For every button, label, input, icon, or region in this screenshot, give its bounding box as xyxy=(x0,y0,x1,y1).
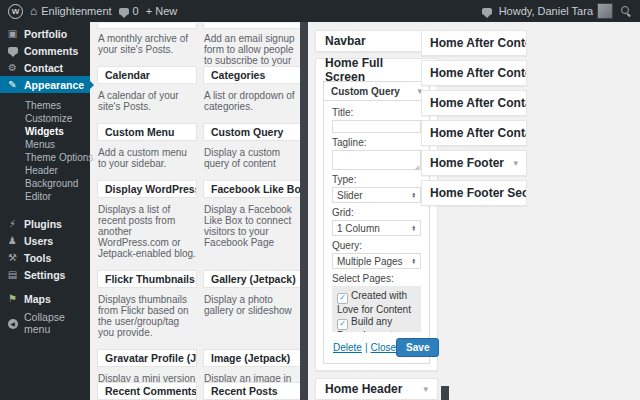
wordpress-logo-icon[interactable] xyxy=(8,0,23,22)
sidebar-title: Home After Content xyxy=(430,36,527,50)
sidebar-menu-item[interactable]: ⚒ Tools xyxy=(0,249,90,266)
tagline-textarea[interactable] xyxy=(332,150,421,170)
widget-card: Gallery (Jetpack) Display a photo galler… xyxy=(203,270,303,349)
grid-label: Grid: xyxy=(332,207,421,218)
custom-query-widget-form: Title: Tagline: Type: Slider Grid: 1 Col… xyxy=(324,101,429,363)
widget-description: A monthly archive of your site's Posts. xyxy=(98,33,196,55)
widget-title-cut[interactable] xyxy=(203,23,303,29)
save-button[interactable]: Save xyxy=(396,338,439,357)
sidebar-home-header[interactable]: Home Header xyxy=(315,378,438,400)
chevron-down-icon[interactable] xyxy=(513,158,518,168)
widget-title[interactable]: Image (Jetpack) xyxy=(203,349,303,367)
query-select[interactable]: Multiple Pages xyxy=(332,253,421,269)
select-pages-list[interactable]: Created with Love for Content Build any … xyxy=(332,286,421,332)
sidebar-menu-item[interactable]: ▣ Portfolio xyxy=(0,25,90,42)
sidebar-menu-item[interactable]: ▤ Settings xyxy=(0,266,90,283)
search-icon[interactable] xyxy=(620,0,632,22)
contact-icon: ⚙ xyxy=(7,62,18,73)
widget-description: Displays thumbnails from Flickr based on… xyxy=(98,294,196,338)
widgets-admin-content: A monthly archive of your site's Posts. … xyxy=(90,22,640,400)
submenu-item[interactable]: Editor xyxy=(0,190,90,203)
portfolio-icon: ▣ xyxy=(7,28,18,39)
comments-badge[interactable]: 0 xyxy=(119,0,139,22)
submenu-item[interactable]: Header xyxy=(0,164,90,177)
site-name-link[interactable]: Enlightenment xyxy=(30,0,112,22)
grid-select[interactable]: 1 Column xyxy=(332,220,421,236)
wordpress-widgets-page: { "admin_bar": { "site_name": "Enlighten… xyxy=(0,0,640,400)
select-arrows-icon xyxy=(412,225,416,232)
widget-title-cut[interactable] xyxy=(97,23,197,29)
delete-link[interactable]: Delete xyxy=(333,342,362,353)
tools-icon: ⚒ xyxy=(7,252,18,263)
notifications-icon[interactable] xyxy=(482,0,492,22)
sidebar-item-maps[interactable]: ⚑ Maps xyxy=(0,290,90,307)
title-input[interactable] xyxy=(332,120,421,133)
submenu-item[interactable]: Customize xyxy=(0,112,90,125)
widget-title[interactable]: Custom Menu xyxy=(97,123,197,141)
appearance-icon: ✎ xyxy=(7,79,18,90)
close-link[interactable]: Close xyxy=(371,342,397,353)
widget-title[interactable]: Calendar xyxy=(97,66,197,84)
sidebar-collapsed[interactable]: Home After Container xyxy=(421,90,527,116)
sidebar-collapsed[interactable]: Home After Container S xyxy=(421,120,527,146)
comment-bubble-icon xyxy=(119,8,129,15)
widget-title[interactable]: Recent Posts xyxy=(203,382,303,400)
widget-description: A list or dropdown of categories. xyxy=(204,90,302,112)
widget-title[interactable]: Display WordPress Posts... xyxy=(97,180,197,198)
vertical-scrollbar[interactable] xyxy=(300,22,308,400)
menu-item-label: Comments xyxy=(24,45,78,57)
comments-icon xyxy=(7,45,18,56)
title-label: Title: xyxy=(332,107,421,118)
sidebar-home-full-screen-header[interactable]: Home Full Screen xyxy=(316,59,437,81)
sidebar-collapsed[interactable]: Home Footer Secondar xyxy=(421,180,527,206)
site-name: Enlightenment xyxy=(41,5,111,17)
tagline-label: Tagline: xyxy=(332,137,421,148)
type-select[interactable]: Slider xyxy=(332,187,421,203)
sidebar-navbar[interactable]: Navbar xyxy=(315,30,438,52)
howdy-text: Howdy, Daniel Tara xyxy=(499,5,593,17)
widget-title[interactable]: Recent Comments xyxy=(97,382,197,400)
submenu-item[interactable]: Themes xyxy=(0,99,90,112)
widget-title[interactable]: Categories xyxy=(203,66,303,84)
sidebar-menu-item[interactable]: ⚡ Plugins xyxy=(0,215,90,232)
collapse-menu-button[interactable]: ◀ Collapse menu xyxy=(0,314,90,331)
new-menu[interactable]: + New xyxy=(146,0,178,22)
submenu-item[interactable]: Background xyxy=(0,177,90,190)
select-arrows-icon xyxy=(412,192,416,199)
widget-title[interactable]: Flickr Thumbnails xyxy=(97,270,197,288)
widget-description: Display a photo gallery or slideshow xyxy=(204,294,302,316)
query-label: Query: xyxy=(332,240,421,251)
menu-item-label: Portfolio xyxy=(24,28,67,40)
maps-icon: ⚑ xyxy=(7,293,18,304)
sidebar-title: Home Footer Secondar xyxy=(430,186,527,200)
menu-item-label: Plugins xyxy=(24,218,62,230)
users-icon: ♟ xyxy=(7,235,18,246)
widget-title[interactable]: Facebook Like Box (Jetpa... xyxy=(203,180,303,198)
maps-group: ⚑ Maps xyxy=(0,290,90,307)
widget-card: Custom Menu Add a custom menu to your si… xyxy=(97,123,197,180)
widget-description: Display a Facebook Like Box to connect v… xyxy=(204,204,302,248)
custom-query-widget-header[interactable]: Custom Query xyxy=(324,82,429,101)
submenu-item[interactable]: Menus xyxy=(0,138,90,151)
widget-card: Categories A list or dropdown of categor… xyxy=(203,66,303,123)
account-menu[interactable]: Howdy, Daniel Tara xyxy=(499,0,613,22)
scrollbar-thumb[interactable] xyxy=(441,386,449,400)
chevron-down-icon[interactable] xyxy=(423,384,428,394)
sidebar-collapsed[interactable]: Home After Content xyxy=(421,30,527,56)
admin-menu-bottom: ⚡ Plugins ♟ Users ⚒ Tools ▤ Settings xyxy=(0,215,90,283)
submenu-item[interactable]: Theme Options xyxy=(0,151,90,164)
widget-title[interactable]: Custom Query xyxy=(203,123,303,141)
sidebar-collapsed[interactable]: Home Footer xyxy=(421,150,527,176)
sidebar-collapsed[interactable]: Home After Content Se xyxy=(421,60,527,86)
checkbox-checked[interactable] xyxy=(337,293,348,304)
widget-title[interactable]: Gallery (Jetpack) xyxy=(203,270,303,288)
sidebar-menu-item[interactable]: Comments xyxy=(0,42,90,59)
custom-query-widget: Custom Query Title: Tagline: Type: Slide… xyxy=(323,81,430,364)
widget-card: Facebook Like Box (Jetpa... Display a Fa… xyxy=(203,180,303,270)
submenu-item[interactable]: Widgets xyxy=(0,125,90,138)
sidebar-menu-item[interactable]: ⚙ Contact xyxy=(0,59,90,76)
widget-title[interactable]: Gravatar Profile (Jetpack) xyxy=(97,349,197,367)
checkbox-checked[interactable] xyxy=(337,319,348,330)
sidebar-menu-item[interactable]: ✎ Appearance xyxy=(0,76,90,93)
sidebar-menu-item[interactable]: ♟ Users xyxy=(0,232,90,249)
